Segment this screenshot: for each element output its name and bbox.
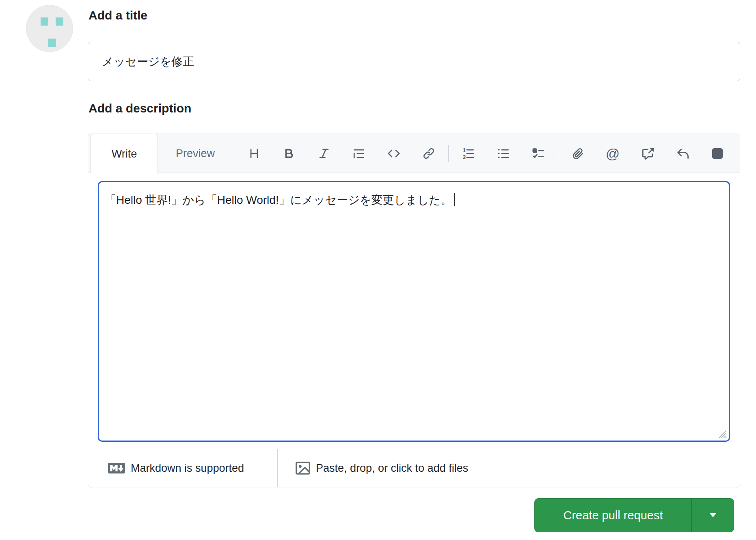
text-cursor: [454, 193, 455, 206]
reply-icon[interactable]: [665, 134, 700, 173]
svg-text:1: 1: [462, 147, 466, 153]
add-title-label: Add a title: [89, 9, 147, 22]
toolbar-divider: [448, 145, 449, 162]
create-pull-request-button[interactable]: Create pull request: [535, 499, 691, 532]
ordered-list-icon[interactable]: 1 2: [451, 134, 486, 173]
description-editor: Write Preview: [88, 134, 740, 488]
tab-write[interactable]: Write: [91, 134, 158, 174]
bold-icon[interactable]: [272, 134, 307, 173]
footer-divider: [277, 449, 278, 487]
attach-files-button[interactable]: Paste, drop, or click to add files: [296, 450, 468, 486]
identicon-square: [41, 17, 48, 26]
tab-write-label: Write: [112, 148, 137, 160]
user-avatar-identicon: [26, 5, 73, 52]
image-icon: [296, 461, 310, 475]
markdown-supported-link[interactable]: Markdown is supported: [108, 450, 244, 486]
tab-preview[interactable]: Preview: [161, 134, 229, 173]
quote-icon[interactable]: [341, 134, 376, 173]
identicon-square: [56, 17, 63, 26]
description-text: 「Hello 世界!」から「Hello World!」にメッセージを変更しました…: [105, 194, 452, 206]
paperclip-icon[interactable]: [560, 134, 595, 173]
link-icon[interactable]: [411, 134, 446, 173]
pr-title-input[interactable]: [88, 42, 740, 81]
create-pull-request-label: Create pull request: [563, 509, 663, 522]
pr-description-textarea[interactable]: 「Hello 世界!」から「Hello World!」にメッセージを変更しました…: [98, 181, 730, 442]
markdown-supported-label: Markdown is supported: [131, 462, 244, 475]
heading-icon[interactable]: [237, 134, 272, 173]
toolbar-divider: [558, 145, 559, 162]
cross-reference-icon[interactable]: [630, 134, 665, 173]
create-pull-request-dropdown[interactable]: [692, 499, 734, 532]
tab-preview-label: Preview: [176, 147, 215, 160]
add-description-label: Add a description: [89, 102, 191, 115]
pull-request-form-page: Add a title Add a description Write Prev…: [0, 0, 756, 540]
resize-handle-icon[interactable]: [717, 429, 727, 438]
tasklist-icon[interactable]: [521, 134, 556, 173]
editor-footer: Markdown is supported Paste, drop, or cl…: [88, 450, 740, 486]
code-icon[interactable]: [376, 134, 411, 173]
attach-files-label: Paste, drop, or click to add files: [316, 462, 468, 475]
identicon-square: [48, 39, 56, 47]
create-pull-request-split-button: Create pull request: [534, 498, 734, 532]
unordered-list-icon[interactable]: [486, 134, 521, 173]
chevron-down-icon: [709, 513, 717, 518]
editor-toolbar-header: Write Preview: [88, 134, 740, 173]
markdown-toolbar: 1 2 @: [237, 134, 735, 173]
mention-icon[interactable]: @: [595, 134, 630, 173]
slash-command-icon[interactable]: [700, 134, 735, 173]
svg-text:2: 2: [462, 154, 466, 160]
italic-icon[interactable]: [307, 134, 341, 173]
markdown-icon: [108, 460, 125, 477]
